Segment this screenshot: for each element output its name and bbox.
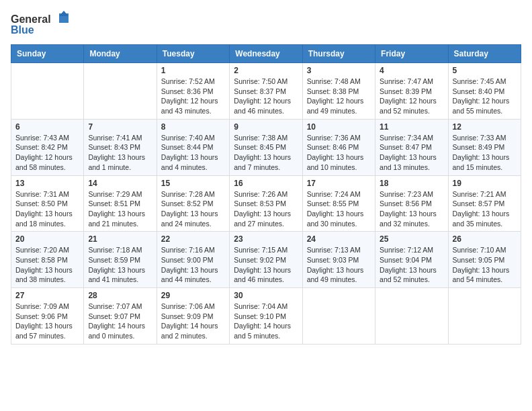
calendar-cell: 29Sunrise: 7:06 AM Sunset: 9:09 PM Dayli… [157, 288, 229, 345]
calendar-cell [302, 288, 375, 345]
calendar-cell: 28Sunrise: 7:07 AM Sunset: 9:07 PM Dayli… [84, 288, 157, 345]
day-info: Sunrise: 7:41 AM Sunset: 8:43 PM Dayligh… [88, 133, 152, 173]
calendar-week-row: 20Sunrise: 7:20 AM Sunset: 8:58 PM Dayli… [11, 232, 521, 288]
calendar-cell [448, 288, 521, 345]
day-header-tuesday: Tuesday [157, 45, 229, 63]
day-number: 17 [307, 179, 371, 188]
day-info: Sunrise: 7:06 AM Sunset: 9:09 PM Dayligh… [161, 302, 225, 341]
calendar-header-row: SundayMondayTuesdayWednesdayThursdayFrid… [11, 45, 521, 63]
day-number: 28 [88, 291, 152, 300]
day-info: Sunrise: 7:12 AM Sunset: 9:04 PM Dayligh… [380, 245, 443, 285]
day-info: Sunrise: 7:09 AM Sunset: 9:06 PM Dayligh… [15, 302, 79, 341]
day-info: Sunrise: 7:31 AM Sunset: 8:50 PM Dayligh… [15, 189, 79, 229]
calendar-cell: 21Sunrise: 7:18 AM Sunset: 8:59 PM Dayli… [84, 232, 157, 288]
calendar-cell: 13Sunrise: 7:31 AM Sunset: 8:50 PM Dayli… [11, 175, 84, 232]
day-number: 30 [234, 291, 298, 300]
day-header-saturday: Saturday [448, 45, 521, 63]
day-info: Sunrise: 7:33 AM Sunset: 8:49 PM Dayligh… [453, 133, 517, 173]
calendar-week-row: 6Sunrise: 7:43 AM Sunset: 8:42 PM Daylig… [11, 119, 521, 175]
day-info: Sunrise: 7:18 AM Sunset: 8:59 PM Dayligh… [88, 245, 152, 285]
day-info: Sunrise: 7:23 AM Sunset: 8:56 PM Dayligh… [380, 189, 443, 229]
day-number: 23 [234, 234, 298, 244]
day-header-monday: Monday [84, 45, 157, 63]
day-info: Sunrise: 7:24 AM Sunset: 8:55 PM Dayligh… [307, 189, 371, 229]
day-number: 3 [307, 66, 371, 75]
calendar-week-row: 13Sunrise: 7:31 AM Sunset: 8:50 PM Dayli… [11, 175, 521, 232]
calendar-cell [84, 63, 157, 120]
day-info: Sunrise: 7:07 AM Sunset: 9:07 PM Dayligh… [88, 302, 152, 341]
svg-text:General: General [11, 13, 51, 25]
day-number: 8 [161, 122, 225, 132]
day-info: Sunrise: 7:21 AM Sunset: 8:57 PM Dayligh… [453, 189, 517, 229]
calendar-cell: 4Sunrise: 7:47 AM Sunset: 8:39 PM Daylig… [375, 63, 448, 120]
day-number: 6 [15, 122, 79, 132]
calendar-body: 1Sunrise: 7:52 AM Sunset: 8:36 PM Daylig… [11, 63, 521, 345]
page-header: GeneralBlue [11, 11, 521, 36]
logo: GeneralBlue [11, 11, 71, 36]
day-number: 1 [161, 66, 225, 75]
day-number: 5 [453, 66, 517, 75]
calendar-cell: 18Sunrise: 7:23 AM Sunset: 8:56 PM Dayli… [375, 175, 448, 232]
day-number: 2 [234, 66, 298, 75]
calendar-cell: 14Sunrise: 7:29 AM Sunset: 8:51 PM Dayli… [84, 175, 157, 232]
day-number: 20 [15, 234, 79, 244]
day-info: Sunrise: 7:29 AM Sunset: 8:51 PM Dayligh… [88, 189, 152, 229]
day-header-sunday: Sunday [11, 45, 84, 63]
day-info: Sunrise: 7:26 AM Sunset: 8:53 PM Dayligh… [234, 189, 298, 229]
day-header-thursday: Thursday [302, 45, 375, 63]
calendar-cell: 1Sunrise: 7:52 AM Sunset: 8:36 PM Daylig… [157, 63, 229, 120]
calendar-cell: 8Sunrise: 7:40 AM Sunset: 8:44 PM Daylig… [157, 119, 229, 175]
calendar-cell: 24Sunrise: 7:13 AM Sunset: 9:03 PM Dayli… [302, 232, 375, 288]
calendar-cell [375, 288, 448, 345]
day-info: Sunrise: 7:28 AM Sunset: 8:52 PM Dayligh… [161, 189, 225, 229]
day-info: Sunrise: 7:13 AM Sunset: 9:03 PM Dayligh… [307, 245, 371, 285]
day-number: 21 [88, 234, 152, 244]
calendar-cell: 19Sunrise: 7:21 AM Sunset: 8:57 PM Dayli… [448, 175, 521, 232]
day-info: Sunrise: 7:34 AM Sunset: 8:47 PM Dayligh… [380, 133, 443, 173]
calendar-cell: 20Sunrise: 7:20 AM Sunset: 8:58 PM Dayli… [11, 232, 84, 288]
logo-svg: GeneralBlue [11, 11, 71, 36]
day-number: 19 [453, 179, 517, 188]
calendar-cell: 11Sunrise: 7:34 AM Sunset: 8:47 PM Dayli… [375, 119, 448, 175]
day-header-wednesday: Wednesday [230, 45, 302, 63]
day-number: 16 [234, 179, 298, 188]
day-number: 29 [161, 291, 225, 300]
day-info: Sunrise: 7:38 AM Sunset: 8:45 PM Dayligh… [234, 133, 298, 173]
day-info: Sunrise: 7:48 AM Sunset: 8:38 PM Dayligh… [307, 77, 371, 116]
day-info: Sunrise: 7:15 AM Sunset: 9:02 PM Dayligh… [234, 245, 298, 285]
calendar-cell: 10Sunrise: 7:36 AM Sunset: 8:46 PM Dayli… [302, 119, 375, 175]
day-number: 11 [380, 122, 443, 132]
calendar-cell: 9Sunrise: 7:38 AM Sunset: 8:45 PM Daylig… [230, 119, 302, 175]
calendar-cell: 27Sunrise: 7:09 AM Sunset: 9:06 PM Dayli… [11, 288, 84, 345]
calendar-cell: 16Sunrise: 7:26 AM Sunset: 8:53 PM Dayli… [230, 175, 302, 232]
calendar-cell: 25Sunrise: 7:12 AM Sunset: 9:04 PM Dayli… [375, 232, 448, 288]
calendar-cell: 26Sunrise: 7:10 AM Sunset: 9:05 PM Dayli… [448, 232, 521, 288]
day-number: 18 [380, 179, 443, 188]
calendar-week-row: 1Sunrise: 7:52 AM Sunset: 8:36 PM Daylig… [11, 63, 521, 120]
day-number: 14 [88, 179, 152, 188]
calendar-cell [11, 63, 84, 120]
calendar-cell: 12Sunrise: 7:33 AM Sunset: 8:49 PM Dayli… [448, 119, 521, 175]
day-number: 22 [161, 234, 225, 244]
day-number: 27 [15, 291, 79, 300]
calendar-cell: 23Sunrise: 7:15 AM Sunset: 9:02 PM Dayli… [230, 232, 302, 288]
day-number: 13 [15, 179, 79, 188]
calendar-cell: 17Sunrise: 7:24 AM Sunset: 8:55 PM Dayli… [302, 175, 375, 232]
calendar-cell: 22Sunrise: 7:16 AM Sunset: 9:00 PM Dayli… [157, 232, 229, 288]
day-info: Sunrise: 7:04 AM Sunset: 9:10 PM Dayligh… [234, 302, 298, 341]
day-info: Sunrise: 7:52 AM Sunset: 8:36 PM Dayligh… [161, 77, 225, 116]
calendar-cell: 15Sunrise: 7:28 AM Sunset: 8:52 PM Dayli… [157, 175, 229, 232]
day-info: Sunrise: 7:10 AM Sunset: 9:05 PM Dayligh… [453, 245, 517, 285]
day-info: Sunrise: 7:40 AM Sunset: 8:44 PM Dayligh… [161, 133, 225, 173]
day-info: Sunrise: 7:20 AM Sunset: 8:58 PM Dayligh… [15, 245, 79, 285]
day-number: 10 [307, 122, 371, 132]
day-number: 7 [88, 122, 152, 132]
day-number: 12 [453, 122, 517, 132]
day-info: Sunrise: 7:16 AM Sunset: 9:00 PM Dayligh… [161, 245, 225, 285]
calendar-cell: 3Sunrise: 7:48 AM Sunset: 8:38 PM Daylig… [302, 63, 375, 120]
day-number: 9 [234, 122, 298, 132]
svg-text:Blue: Blue [11, 24, 34, 36]
day-info: Sunrise: 7:47 AM Sunset: 8:39 PM Dayligh… [380, 77, 443, 116]
day-number: 26 [453, 234, 517, 244]
day-info: Sunrise: 7:36 AM Sunset: 8:46 PM Dayligh… [307, 133, 371, 173]
